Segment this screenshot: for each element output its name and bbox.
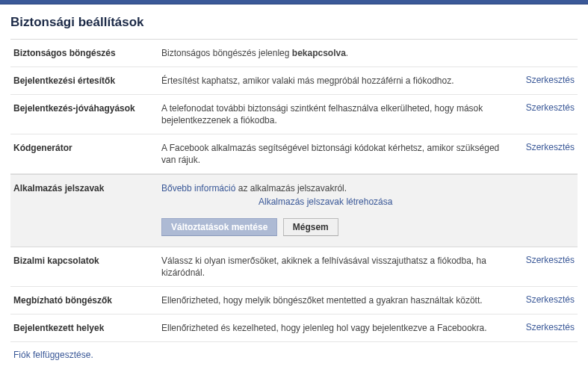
row-desc: Biztonságos böngészés jelenleg bekapcsol… [161,47,507,59]
desc-suffix: . [346,48,348,58]
row-action: Szerkesztés [507,142,575,152]
settings-container: Biztonsági beállítások Biztonságos böngé… [0,4,588,375]
footer: Fiók felfüggesztése. [10,350,578,360]
save-button[interactable]: Változtatások mentése [161,218,277,236]
row-action: Szerkesztés [507,255,575,265]
row-secure-browsing[interactable]: Biztonságos böngészés Biztonságos böngés… [10,40,578,67]
row-action: Szerkesztés [507,102,575,113]
row-trusted-contacts[interactable]: Bizalmi kapcsolatok Válassz ki olyan ism… [10,247,578,287]
row-code-generator[interactable]: Kódgenerátor A Facebook alkalmazás segít… [10,134,578,174]
edit-link[interactable]: Szerkesztés [526,142,575,152]
desc-prefix: Biztonságos böngészés jelenleg [161,48,292,58]
row-action: Szerkesztés [507,75,575,85]
row-label: Megbízható böngészők [13,294,161,306]
row-active-sessions[interactable]: Bejelentkezett helyek Ellenőrizheted és … [10,315,578,342]
button-bar: Változtatások mentése Mégsem [161,218,500,236]
row-content-expanded: Bővebb információ az alkalmazás jelszava… [161,182,507,236]
row-trusted-browsers[interactable]: Megbízható böngészők Ellenőrizheted, hog… [10,287,578,315]
row-desc: Ellenőrizheted, hogy melyik böngészőket … [161,294,507,306]
row-label: Bizalmi kapcsolatok [13,255,161,267]
row-desc: A Facebook alkalmazás segítségével bizto… [161,142,507,166]
row-label: Bejelentkezett helyek [13,322,161,334]
edit-link[interactable]: Szerkesztés [526,75,575,85]
row-label: Biztonságos böngészés [13,47,161,59]
row-action: Szerkesztés [507,322,575,332]
desc-bold: bekapcsolva [292,48,346,58]
row-desc: Értesítést kaphatsz, amikor valaki más m… [161,75,507,87]
cancel-button[interactable]: Mégsem [283,218,338,236]
more-info-link[interactable]: Bővebb információ [161,183,235,193]
edit-link[interactable]: Szerkesztés [526,102,575,113]
row-login-notifications[interactable]: Bejelentkezési értesítők Értesítést kaph… [10,67,578,95]
settings-list: Biztonságos böngészés Biztonságos böngés… [10,39,578,342]
row-label: Bejelentkezési értesítők [13,75,161,87]
edit-link[interactable]: Szerkesztés [526,255,575,265]
row-action: Szerkesztés [507,294,575,305]
create-app-password-link[interactable]: Alkalmazás jelszavak létrehozása [259,196,392,207]
more-info-tail: az alkalmazás jelszavakról. [235,183,347,193]
edit-link[interactable]: Szerkesztés [526,294,575,305]
row-label: Bejelentkezés-jóváhagyások [13,102,161,114]
row-desc: Ellenőrizheted és kezelheted, hogy jelen… [161,322,507,334]
row-desc: A telefonodat további biztonsági szintké… [161,102,507,126]
suspend-account-link[interactable]: Fiók felfüggesztése. [13,350,93,360]
page-title: Biztonsági beállítások [10,15,578,30]
row-label: Alkalmazás jelszavak [13,182,161,194]
row-desc: Válassz ki olyan ismerősöket, akiknek a … [161,255,507,279]
edit-link[interactable]: Szerkesztés [526,322,575,332]
row-app-passwords: Alkalmazás jelszavak Bővebb információ a… [10,174,578,247]
row-label: Kódgenerátor [13,142,161,154]
row-login-approvals[interactable]: Bejelentkezés-jóváhagyások A telefonodat… [10,95,578,134]
